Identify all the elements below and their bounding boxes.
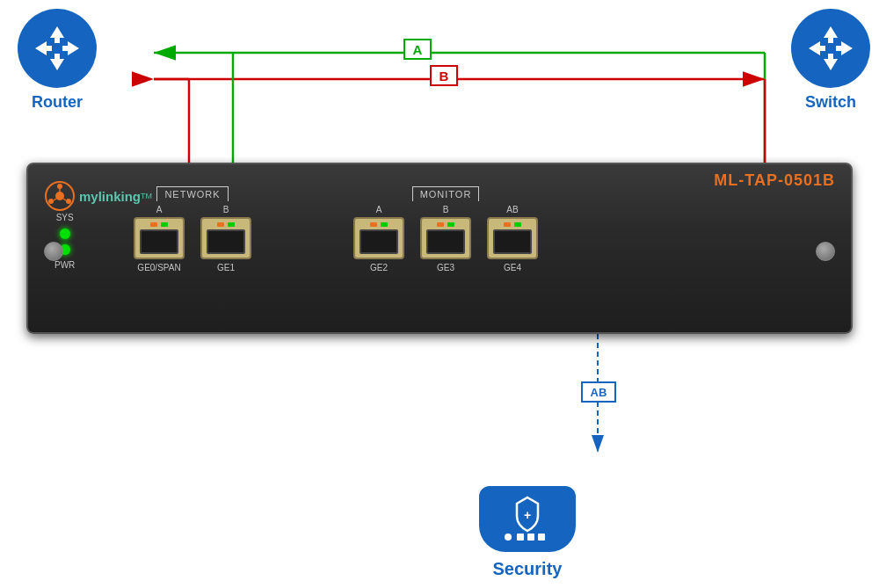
port-ge3-wrap: B GE3 [420,205,471,272]
port-ge4-hole [493,229,532,254]
port-ge1-wrap: B GE1 [200,205,251,272]
port-ge1-hole [207,229,245,254]
port-ge4-label: GE4 [504,263,521,272]
svg-point-39 [48,199,54,204]
svg-text:AB: AB [591,386,607,399]
led-green [514,222,521,227]
led-orange [370,222,377,227]
port-ge0-sub: A [156,205,163,214]
port-ge0-leds [150,222,168,227]
router-label: Router [32,93,83,112]
led-green [381,222,388,227]
port-ge3-label: GE3 [437,263,454,272]
port-ge0 [134,217,185,259]
port-ge4-sub: AB [506,205,518,214]
sys-led [60,229,70,239]
sys-label: SYS [56,213,74,222]
svg-line-41 [63,199,66,200]
svg-point-37 [57,184,62,189]
port-ge2-hole [360,229,398,254]
port-ge2-leds [370,222,388,227]
svg-rect-32 [818,46,825,51]
led-orange [437,222,444,227]
network-ports: A GE0/SPAN B [134,205,251,272]
port-ge2-wrap: A GE2 [353,205,404,272]
security-label: Security [493,559,563,579]
svg-point-38 [66,199,71,204]
security-icon-shape: + [479,486,576,552]
port-ge0-wrap: A GE0/SPAN [134,205,185,272]
port-ge3-leds [437,222,454,227]
port-ge4 [487,217,538,259]
svg-text:A: A [413,42,423,57]
led-green [228,222,235,227]
svg-point-36 [55,192,64,200]
monitor-group: MONITOR A GE2 B [353,186,538,272]
port-ge0-hole [140,229,178,254]
switch-icon: Switch [791,9,870,112]
port-ge4-leds [504,222,521,227]
port-ge3 [420,217,471,259]
led-orange [150,222,157,227]
svg-rect-47 [538,534,545,541]
screw-left [44,242,63,261]
brand-text: mylinking [79,189,141,204]
svg-rect-30 [828,54,833,61]
monitor-ports: A GE2 B [353,205,538,272]
switch-label: Switch [805,93,856,112]
port-ge1-sub: B [223,205,229,214]
svg-rect-28 [828,36,833,43]
svg-rect-24 [45,46,52,51]
pwr-label: PWR [54,260,75,270]
svg-rect-20 [54,36,60,43]
port-ge1-leds [217,222,235,227]
svg-rect-45 [517,534,524,541]
led-green [447,222,454,227]
led-green [161,222,168,227]
screw-right [816,242,835,261]
network-group: NETWORK A GE0/SPAN B [134,186,251,272]
sys-pwr-area: SYS PWR [54,213,75,270]
port-ge1-label: GE1 [217,263,235,272]
svg-rect-22 [54,54,60,61]
port-ge1 [200,217,251,259]
port-ge2-label: GE2 [370,263,388,272]
svg-rect-26 [62,46,69,51]
port-ge2-sub: A [376,205,382,214]
port-ge4-wrap: AB GE4 [487,205,538,272]
device-chassis: ML-TAP-0501B mylinking TM SYS PWR NETWOR… [26,163,853,334]
svg-line-42 [54,199,56,200]
security-device: + Security [479,486,576,579]
port-ge0-label: GE0/SPAN [137,263,180,272]
port-ge2 [353,217,404,259]
router-icon: Router [18,9,97,112]
network-label: NETWORK [156,186,228,201]
led-orange [217,222,224,227]
svg-text:B: B [440,69,449,83]
port-ge3-hole [426,229,465,254]
led-orange [504,222,511,227]
model-label: ML-TAP-0501B [714,171,835,190]
svg-point-44 [505,534,512,541]
monitor-label: MONITOR [412,186,480,201]
port-ge3-sub: B [443,205,449,214]
svg-rect-34 [836,46,843,51]
svg-text:+: + [524,508,531,522]
svg-rect-46 [527,534,534,541]
